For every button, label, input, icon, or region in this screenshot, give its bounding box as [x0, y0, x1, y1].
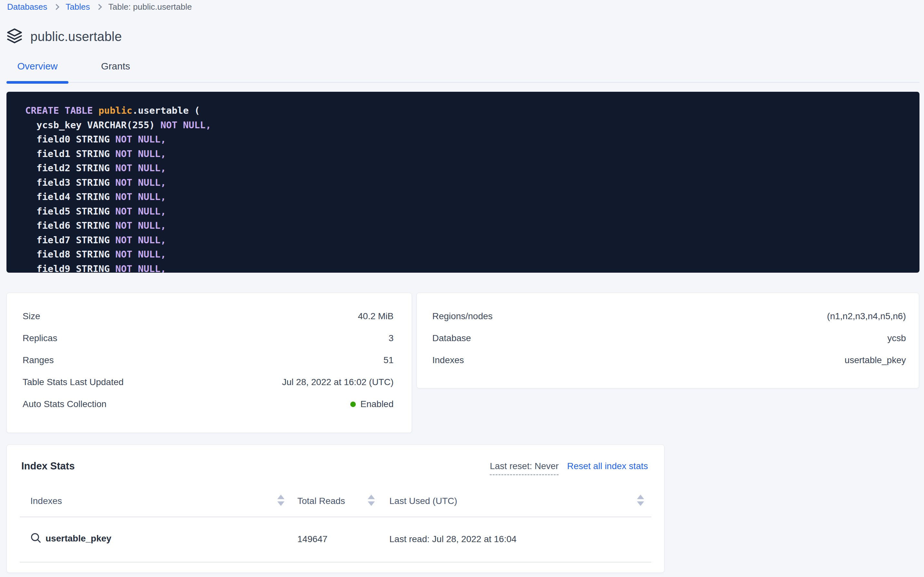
sql-token: field0 STRING: [25, 134, 115, 145]
sql-token: NOT NULL,: [115, 235, 166, 245]
sql-code-line: field4 STRING NOT NULL,: [25, 190, 919, 204]
sort-toggle-icon[interactable]: [368, 495, 375, 506]
sql-code-line: field0 STRING NOT NULL,: [25, 132, 919, 147]
summary-row: Table Stats Last Updated Jul 28, 2022 at…: [22, 371, 394, 393]
table-details-page: Databases Tables Table: public.usertable…: [0, 0, 924, 577]
sql-token: NOT NULL,: [161, 119, 211, 131]
status-enabled-dot: [350, 401, 356, 407]
sql-code-line: field3 STRING NOT NULL,: [25, 176, 919, 190]
sql-code-line: CREATE TABLE public.usertable (: [25, 103, 919, 118]
summary-label: Size: [22, 311, 40, 321]
sql-token: NOT NULL,: [115, 206, 166, 217]
sql-code-line: field8 STRING NOT NULL,: [25, 247, 919, 262]
summary-label: Ranges: [22, 355, 54, 365]
sort-toggle-icon[interactable]: [277, 495, 284, 506]
index-total-reads: 149647: [297, 534, 327, 544]
sql-code-line: field9 STRING NOT NULL,: [25, 262, 919, 273]
breadcrumb-current: Table: public.usertable: [108, 2, 192, 12]
sql-token: field9 STRING: [25, 263, 115, 273]
sql-token: NOT NULL,: [115, 249, 166, 260]
index-name[interactable]: usertable_pkey: [45, 533, 111, 544]
index-stats-title: Index Stats: [21, 460, 75, 472]
sql-token: field6 STRING: [25, 220, 115, 231]
summary-row: Replicas 3: [22, 327, 394, 349]
sql-code-line: field7 STRING NOT NULL,: [25, 233, 919, 247]
summary-label: Indexes: [432, 355, 464, 365]
sql-token: NOT NULL,: [115, 220, 166, 231]
breadcrumb-databases[interactable]: Databases: [7, 2, 47, 12]
summary-value: 40.2 MiB: [358, 311, 394, 321]
page-title: public.usertable: [31, 29, 122, 44]
table-divider: [20, 562, 651, 562]
sort-toggle-icon[interactable]: [637, 495, 644, 506]
index-stats-header: Index Stats Last reset: Never Reset all …: [21, 460, 648, 475]
reset-all-index-stats-link[interactable]: Reset all index stats: [567, 461, 648, 471]
summary-row: Database ycsb: [432, 327, 906, 349]
sql-token: NOT NULL,: [115, 191, 166, 202]
tab-grants[interactable]: Grants: [85, 61, 146, 83]
index-table-row[interactable]: usertable_pkey 149647 Last read: Jul 28,…: [7, 517, 664, 562]
sql-token: CREATE TABLE: [25, 105, 98, 116]
magnifier-icon: [29, 532, 42, 544]
sql-token: field8 STRING: [25, 249, 115, 260]
summary-row: Indexes usertable_pkey: [432, 349, 906, 371]
sql-token: field5 STRING: [25, 206, 115, 217]
database-summary-card: Regions/nodes (n1,n2,n3,n4,n5,n6) Databa…: [416, 293, 919, 388]
sql-token: field2 STRING: [25, 163, 115, 174]
column-header-total-reads[interactable]: Total Reads: [297, 496, 345, 506]
summary-row: Auto Stats Collection Enabled: [22, 393, 394, 415]
page-title-row: public.usertable: [6, 28, 122, 45]
summary-value: usertable_pkey: [845, 355, 906, 365]
active-tab-indicator: [6, 81, 68, 84]
sql-token: public: [98, 105, 132, 116]
summary-value: 3: [388, 333, 394, 343]
sql-code-line: field2 STRING NOT NULL,: [25, 161, 919, 176]
sql-code-line: field5 STRING NOT NULL,: [25, 204, 919, 219]
summary-row: Ranges 51: [22, 349, 394, 371]
summary-label: Table Stats Last Updated: [22, 377, 124, 387]
summary-value: Jul 28, 2022 at 16:02 (UTC): [282, 377, 394, 387]
summary-value: (n1,n2,n3,n4,n5,n6): [827, 311, 906, 321]
sql-token: ycsb_key VARCHAR(255): [25, 119, 161, 131]
chevron-right-icon: [54, 4, 59, 10]
last-reset-label: Last reset: Never: [490, 461, 559, 475]
sql-token: field7 STRING: [25, 235, 115, 245]
sql-create-statement: CREATE TABLE public.usertable ( ycsb_key…: [6, 92, 919, 273]
sql-token: field1 STRING: [25, 148, 115, 159]
index-table-header: Indexes Total Reads Last Used (UTC): [7, 487, 664, 517]
column-header-last-used[interactable]: Last Used (UTC): [389, 496, 457, 506]
summary-value: Enabled: [350, 399, 394, 409]
tab-overview[interactable]: Overview: [6, 61, 68, 83]
sql-token: NOT NULL,: [115, 177, 166, 188]
table-summary-card: Size 40.2 MiB Replicas 3 Ranges 51 Table…: [6, 293, 412, 433]
summary-label: Replicas: [22, 333, 57, 343]
column-header-indexes[interactable]: Indexes: [31, 496, 62, 506]
summary-label: Database: [432, 333, 471, 343]
summary-label: Auto Stats Collection: [22, 399, 106, 409]
layers-icon: [6, 28, 22, 45]
status-text: Enabled: [360, 399, 394, 409]
summary-row: Size 40.2 MiB: [22, 305, 394, 327]
sql-code-line: field1 STRING NOT NULL,: [25, 147, 919, 161]
sql-code-line: field6 STRING NOT NULL,: [25, 218, 919, 233]
breadcrumb-tables[interactable]: Tables: [66, 2, 90, 12]
tab-bar-divider: [6, 82, 919, 83]
sql-token: NOT NULL,: [115, 263, 166, 273]
summary-value: 51: [384, 355, 394, 365]
sql-token: NOT NULL,: [115, 134, 166, 145]
sql-token: field3 STRING: [25, 177, 115, 188]
sql-code-line: ycsb_key VARCHAR(255) NOT NULL,: [25, 118, 919, 132]
chevron-right-icon: [96, 4, 102, 10]
sql-token: .usertable (: [132, 105, 200, 116]
sql-token: field4 STRING: [25, 191, 115, 202]
summary-value: ycsb: [887, 333, 906, 343]
sql-token: NOT NULL,: [115, 163, 166, 174]
breadcrumb: Databases Tables Table: public.usertable: [7, 2, 192, 12]
tab-bar: Overview Grants: [6, 61, 919, 83]
summary-row: Regions/nodes (n1,n2,n3,n4,n5,n6): [432, 305, 906, 327]
index-stats-card: Index Stats Last reset: Never Reset all …: [6, 445, 664, 573]
index-last-used: Last read: Jul 28, 2022 at 16:04: [389, 534, 517, 544]
sql-token: NOT NULL,: [115, 148, 166, 159]
summary-label: Regions/nodes: [432, 311, 493, 321]
